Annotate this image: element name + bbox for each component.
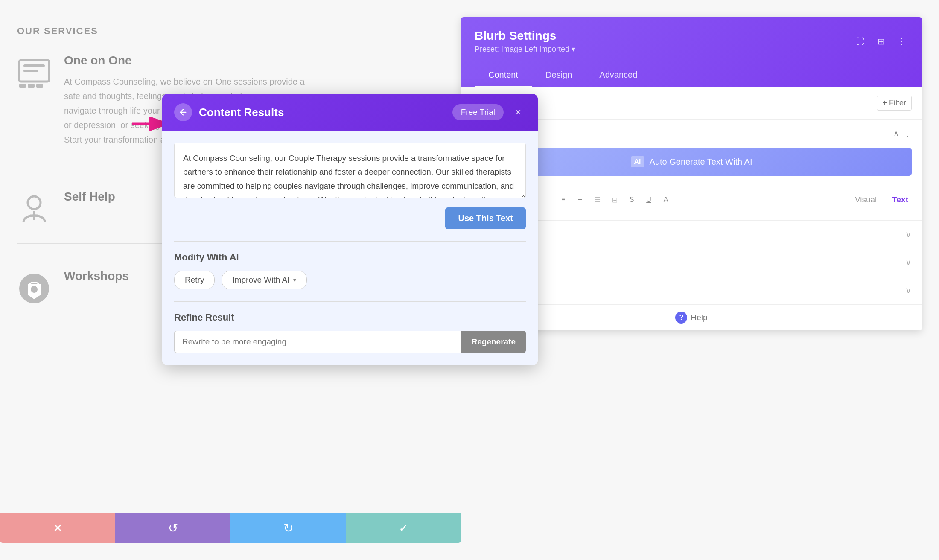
one-on-one-title: One on One: [64, 54, 307, 67]
svg-point-10: [31, 286, 38, 293]
free-trial-badge: Free Trial: [452, 104, 504, 120]
svg-rect-2: [23, 70, 38, 72]
modal-close-button[interactable]: ×: [510, 105, 526, 120]
cancel-icon: ✕: [53, 521, 63, 535]
svg-rect-3: [19, 84, 26, 88]
services-label: OUR SERVICES: [17, 26, 307, 37]
svg-rect-1: [23, 64, 45, 67]
filter-button[interactable]: + Filter: [877, 96, 912, 111]
panel-title-group: Blurb Settings Preset: Image Left import…: [475, 29, 575, 54]
accordion-chevron-1: ∨: [905, 229, 912, 239]
help-icon: ?: [675, 312, 687, 324]
redo-button[interactable]: ↻: [230, 513, 346, 543]
undo-icon: ↺: [168, 521, 178, 535]
underline-icon[interactable]: U: [642, 193, 656, 207]
one-on-one-icon: [17, 56, 51, 90]
align-left-icon[interactable]: ⫠: [539, 193, 553, 207]
improve-chevron-icon: ▾: [293, 277, 296, 283]
ai-icon: AI: [631, 156, 644, 167]
ai-generate-label: Auto Generate Text With AI: [650, 157, 752, 167]
self-help-icon: [17, 192, 51, 226]
panel-header: Blurb Settings Preset: Image Left import…: [461, 17, 922, 87]
svg-point-6: [28, 196, 41, 209]
refine-input-row: Regenerate: [174, 331, 526, 353]
help-label[interactable]: Help: [691, 313, 707, 322]
refine-input[interactable]: [174, 331, 461, 353]
modal-header: Content Results Free Trial ×: [162, 94, 538, 131]
improve-label: Improve With AI: [232, 275, 289, 285]
align-right-icon[interactable]: ⫟: [574, 193, 587, 207]
more-options-icon[interactable]: ⋮: [895, 35, 908, 48]
view-visual-btn[interactable]: Visual: [852, 193, 880, 206]
align-justify-icon[interactable]: ☰: [591, 193, 604, 207]
tab-design[interactable]: Design: [532, 64, 586, 87]
modal-header-right: Free Trial ×: [452, 104, 526, 120]
panel-subtitle: Preset: Image Left imported ▾: [475, 44, 575, 54]
content-results-modal: Content Results Free Trial × Use This Te…: [162, 94, 538, 365]
modal-header-left: Content Results: [174, 103, 284, 121]
tab-content[interactable]: Content: [475, 64, 532, 87]
align-center-icon[interactable]: ≡: [557, 193, 570, 207]
modify-section: Modify With AI Retry Improve With AI ▾: [174, 241, 526, 289]
text-section-collapse-icon[interactable]: ∧: [893, 129, 899, 138]
color-icon[interactable]: A: [659, 193, 673, 207]
redo-icon: ↻: [283, 521, 293, 535]
toolbar-right: Visual Text: [852, 193, 912, 206]
self-help-content: Self Help: [64, 190, 115, 210]
bottom-action-bar: ✕ ↺ ↻ ✓: [0, 513, 461, 543]
panel-tabs: Content Design Advanced: [475, 64, 908, 87]
refine-section: Refine Result Regenerate: [174, 301, 526, 353]
self-help-title: Self Help: [64, 190, 115, 204]
retry-button[interactable]: Retry: [174, 271, 215, 289]
filter-label: + Filter: [882, 99, 906, 108]
text-section-controls: ∧ ⋮: [893, 129, 912, 138]
tab-advanced[interactable]: Advanced: [586, 64, 651, 87]
result-textarea[interactable]: [174, 143, 526, 198]
split-view-icon[interactable]: ⊞: [874, 35, 888, 48]
table-icon[interactable]: ⊞: [608, 193, 621, 207]
panel-header-icons: ⛶ ⊞ ⋮: [854, 35, 908, 48]
workshops-icon: [17, 271, 51, 306]
regenerate-button[interactable]: Regenerate: [461, 331, 526, 353]
admin-label-chevron: ∨: [905, 285, 912, 295]
save-icon: ✓: [399, 521, 408, 535]
svg-rect-5: [36, 84, 43, 88]
save-button[interactable]: ✓: [346, 513, 461, 543]
panel-title: Blurb Settings: [475, 29, 575, 43]
modify-buttons: Retry Improve With AI ▾: [174, 271, 526, 289]
view-text-btn[interactable]: Text: [889, 193, 912, 206]
fullscreen-icon[interactable]: ⛶: [854, 35, 867, 48]
svg-rect-4: [28, 84, 35, 88]
workshops-title: Workshops: [64, 269, 129, 283]
panel-header-top: Blurb Settings Preset: Image Left import…: [475, 29, 908, 54]
modal-body: Use This Text Modify With AI Retry Impro…: [162, 131, 538, 365]
cancel-button[interactable]: ✕: [0, 513, 115, 543]
strikethrough-icon[interactable]: S: [625, 193, 639, 207]
improve-with-ai-button[interactable]: Improve With AI ▾: [222, 271, 306, 289]
undo-button[interactable]: ↺: [115, 513, 230, 543]
workshops-content: Workshops: [64, 269, 129, 290]
modal-title: Content Results: [199, 106, 284, 119]
modify-title: Modify With AI: [174, 252, 526, 263]
use-text-button[interactable]: Use This Text: [445, 207, 526, 229]
accordion-chevron-2: ∨: [905, 257, 912, 267]
text-section-more-icon[interactable]: ⋮: [904, 129, 912, 138]
modal-back-button[interactable]: [174, 103, 192, 121]
refine-title: Refine Result: [174, 312, 526, 323]
